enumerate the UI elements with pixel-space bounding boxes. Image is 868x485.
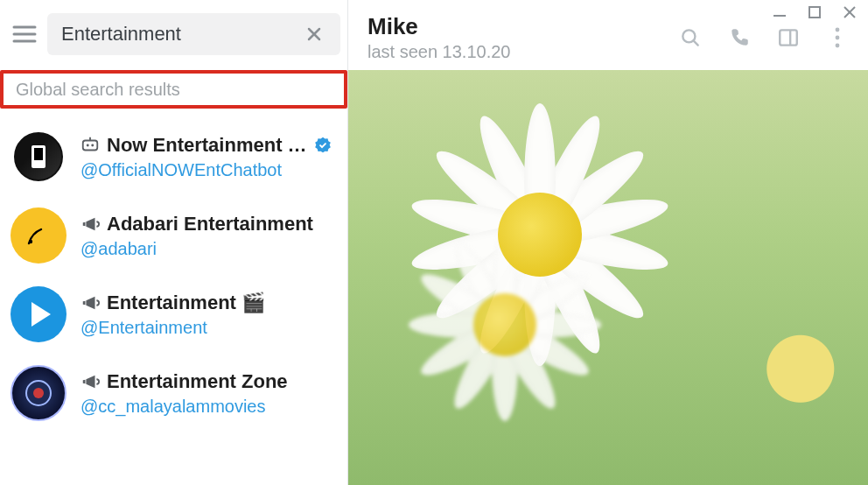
result-title: Now Entertainment … bbox=[107, 134, 307, 157]
result-title: Adabari Entertainment bbox=[107, 213, 313, 235]
result-title: Entertainment 🎬 bbox=[107, 292, 265, 314]
result-handle: @cc_malayalammovies bbox=[80, 397, 337, 417]
svg-rect-20 bbox=[780, 30, 797, 45]
result-handle: @Entertainment bbox=[80, 318, 337, 338]
chat-wallpaper bbox=[348, 70, 868, 485]
svg-rect-11 bbox=[83, 140, 98, 150]
svg-rect-1 bbox=[809, 7, 820, 18]
svg-point-22 bbox=[836, 28, 840, 32]
close-window-button[interactable] bbox=[838, 4, 861, 21]
avatar bbox=[10, 129, 66, 185]
global-search-results-header: Global search results bbox=[0, 70, 347, 109]
sidebar: Global search results Now Entertainment … bbox=[0, 0, 348, 485]
result-handle: @adabari bbox=[80, 239, 337, 259]
svg-line-19 bbox=[693, 40, 697, 45]
avatar bbox=[10, 286, 66, 342]
hamburger-menu-button[interactable] bbox=[12, 18, 37, 51]
svg-point-13 bbox=[91, 144, 94, 146]
search-field-wrap bbox=[47, 13, 340, 55]
svg-point-17 bbox=[33, 388, 44, 398]
svg-point-23 bbox=[836, 36, 840, 40]
megaphone-icon bbox=[80, 214, 100, 234]
chat-pane: Mike last seen 13.10.20 bbox=[348, 0, 868, 485]
clear-search-button[interactable] bbox=[302, 22, 326, 46]
svg-rect-10 bbox=[34, 148, 43, 160]
verified-badge-icon bbox=[314, 137, 332, 154]
search-result-item[interactable]: Entertainment Zone @cc_malayalammovies bbox=[10, 354, 337, 432]
avatar bbox=[10, 365, 66, 421]
bot-icon bbox=[80, 136, 100, 155]
search-input[interactable] bbox=[61, 23, 302, 46]
search-in-chat-button[interactable] bbox=[677, 25, 704, 51]
search-results-list: Now Entertainment … @OfficialNOWEntChatb… bbox=[0, 117, 347, 485]
svg-point-24 bbox=[836, 44, 840, 48]
search-result-item[interactable]: Now Entertainment … @OfficialNOWEntChatb… bbox=[10, 117, 337, 196]
chat-title[interactable]: Mike bbox=[368, 13, 677, 40]
side-panel-button[interactable] bbox=[775, 25, 802, 51]
search-result-item[interactable]: Entertainment 🎬 @Entertainment bbox=[10, 275, 337, 354]
minimize-button[interactable] bbox=[768, 4, 791, 21]
megaphone-icon bbox=[80, 293, 100, 313]
avatar bbox=[10, 207, 66, 264]
result-handle: @OfficialNOWEntChatbot bbox=[80, 160, 337, 180]
megaphone-icon bbox=[80, 372, 100, 391]
maximize-button[interactable] bbox=[803, 4, 826, 21]
result-title: Entertainment Zone bbox=[107, 370, 288, 393]
svg-point-12 bbox=[87, 144, 89, 146]
search-result-item[interactable]: Adabari Entertainment @adabari bbox=[10, 196, 337, 275]
call-button[interactable] bbox=[726, 25, 752, 51]
svg-point-15 bbox=[29, 240, 32, 243]
more-options-button[interactable] bbox=[824, 25, 850, 51]
chat-last-seen: last seen 13.10.20 bbox=[368, 42, 677, 62]
